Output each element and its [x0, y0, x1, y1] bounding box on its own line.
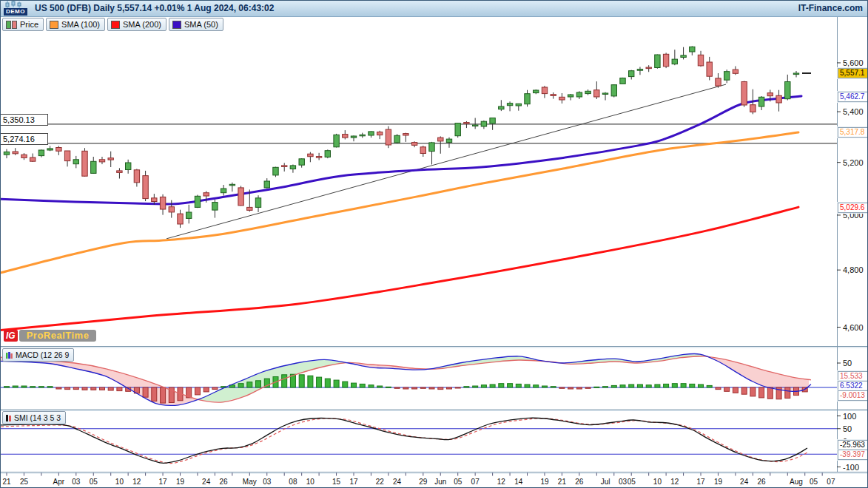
candle	[646, 67, 651, 69]
candle	[594, 90, 599, 97]
macd-bar	[464, 387, 469, 387]
candle	[655, 55, 660, 68]
macd-bar	[455, 387, 460, 388]
candle	[47, 149, 53, 150]
macd-bar	[629, 384, 634, 387]
candle	[38, 150, 44, 156]
macd-bar	[212, 387, 218, 390]
macd-panel[interactable]: 50	[1, 353, 852, 405]
macd-bar	[785, 387, 790, 399]
trading-app-window: 5,6005,4005,2005,0004,8004,60050100500-1…	[0, 0, 868, 488]
date-label: 26	[220, 478, 229, 486]
candle	[724, 72, 730, 81]
macd-bar	[759, 387, 764, 398]
hline-label-1[interactable]: 5,350.13	[1, 114, 48, 126]
smi-indicator-label[interactable]: SMI (14 3 5 3	[2, 411, 66, 424]
smi-panel[interactable]: 100500-100	[1, 412, 859, 472]
macd-bar	[534, 385, 539, 387]
macd-bar	[73, 387, 78, 390]
macd-bar	[412, 387, 417, 389]
date-label: 10	[115, 478, 124, 486]
macd-bar	[585, 387, 591, 388]
candle	[308, 154, 313, 157]
legend-item-label: SMA (100)	[61, 20, 100, 29]
legend-item-price[interactable]: Price	[2, 18, 44, 31]
legend-item-sma-200[interactable]: SMA (200)	[107, 18, 166, 31]
date-label: 21	[558, 478, 567, 486]
candle	[403, 134, 408, 135]
macd-bar	[481, 385, 486, 387]
macd-indicator-label[interactable]: MACD (12 26 9	[2, 348, 74, 362]
price-tick-label: 4,600	[843, 323, 864, 332]
macd-bar	[317, 377, 322, 387]
demo-badge: DEMO	[4, 8, 27, 16]
prorealtime-logo: IG ProRealTime	[4, 330, 96, 342]
macd-bar	[438, 387, 443, 390]
macd-bar	[21, 386, 27, 387]
smi-tick-label: 100	[843, 412, 856, 421]
macd-bar	[82, 387, 87, 390]
candle	[776, 95, 781, 103]
macd-bar	[672, 384, 677, 387]
axis-value-marker: 5,029.6	[838, 203, 868, 213]
candle	[152, 198, 157, 202]
legend-item-label: Price	[20, 20, 38, 29]
macd-bar	[334, 380, 339, 387]
date-label: 24	[740, 478, 749, 486]
candle	[255, 198, 260, 208]
macd-bar	[767, 387, 773, 399]
candle	[221, 189, 226, 193]
date-label: 05	[90, 478, 98, 486]
hline-label-2[interactable]: 5,274.16	[1, 133, 48, 145]
candle	[247, 207, 252, 210]
time-axis[interactable]: 2125Apr0305101217192426May03081015172224…	[2, 473, 835, 487]
candle	[455, 123, 460, 136]
chart-surface[interactable]: 5,6005,4005,2005,0004,8004,60050100500-1…	[1, 1, 868, 488]
date-label: Jul	[601, 478, 610, 486]
candle	[91, 161, 96, 173]
candle	[21, 155, 27, 157]
date-label: 10	[653, 478, 662, 486]
macd-bar	[325, 379, 330, 387]
candle	[64, 151, 70, 161]
price-tick-label: 5,200	[843, 158, 864, 167]
macd-bar	[750, 387, 756, 396]
candle	[169, 207, 174, 212]
macd-bar	[13, 386, 18, 387]
candle	[446, 139, 451, 143]
macd-bar	[369, 385, 374, 387]
date-label: 25	[20, 478, 29, 486]
candle	[698, 55, 703, 66]
candle	[681, 55, 686, 58]
trend-line	[166, 84, 726, 239]
candle	[611, 85, 616, 96]
legend-item-sma-50[interactable]: SMA (50)	[169, 18, 223, 31]
candle	[481, 121, 486, 126]
macd-bar	[30, 387, 36, 387]
smi-label-text: SMI (14 3 5 3	[14, 413, 61, 422]
macd-bar	[38, 387, 44, 387]
macd-bar	[508, 384, 513, 387]
legend-item-sma-100[interactable]: SMA (100)	[46, 18, 105, 31]
axis-value-marker: 5,557.1	[838, 68, 868, 78]
prorealtime-wordmark: ProRealTime	[19, 330, 97, 342]
brand-link[interactable]: IT-Finance.com	[798, 3, 863, 13]
macd-bar	[394, 387, 400, 388]
candle	[386, 129, 391, 145]
macd-bar	[473, 386, 478, 387]
macd-bar	[655, 384, 660, 387]
candle	[420, 147, 425, 154]
macd-bar	[377, 386, 383, 387]
date-label: 24	[202, 478, 211, 486]
price-panel[interactable]	[1, 46, 837, 330]
candle	[559, 97, 565, 100]
macd-bar	[195, 387, 201, 395]
date-label: 29	[419, 478, 428, 486]
candle	[30, 157, 36, 161]
candle	[351, 136, 356, 138]
candle	[767, 93, 773, 96]
macd-bar	[724, 387, 730, 391]
axis-value-marker: 5,462.7	[838, 92, 868, 102]
candle	[785, 82, 790, 99]
macd-bar	[247, 382, 252, 387]
